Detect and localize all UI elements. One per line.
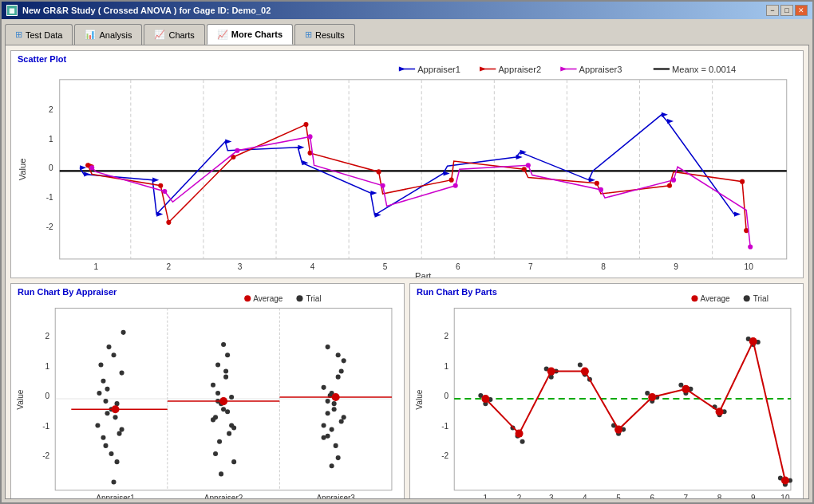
svg-text:1: 1 — [484, 494, 488, 499]
svg-text:4: 4 — [583, 494, 587, 499]
svg-point-153 — [336, 353, 341, 358]
svg-point-211 — [581, 368, 589, 376]
svg-point-124 — [221, 342, 226, 347]
svg-text:-1: -1 — [441, 422, 448, 431]
svg-marker-4 — [480, 66, 486, 71]
svg-text:1: 1 — [49, 135, 53, 144]
svg-text:10: 10 — [780, 494, 790, 499]
svg-text:Appraiser1: Appraiser1 — [417, 65, 460, 74]
svg-point-58 — [166, 220, 171, 225]
run-chart-parts-panel: Run Chart By Parts Average Trial Value 2… — [409, 283, 804, 499]
tab-analysis[interactable]: 📊 Analysis — [74, 24, 142, 45]
svg-text:1: 1 — [93, 262, 98, 271]
svg-text:9: 9 — [674, 262, 678, 271]
svg-text:0: 0 — [445, 392, 449, 400]
svg-text:Average: Average — [700, 295, 730, 304]
analysis-icon: 📊 — [85, 30, 96, 40]
results-icon: ⊞ — [305, 30, 312, 40]
svg-text:7: 7 — [528, 262, 533, 271]
svg-point-97 — [98, 363, 103, 368]
svg-point-130 — [221, 408, 226, 412]
svg-point-76 — [599, 187, 603, 192]
svg-point-187 — [578, 363, 583, 368]
test-data-icon: ⊞ — [15, 30, 22, 40]
tab-more-charts[interactable]: 📈 More Charts — [207, 24, 293, 45]
svg-point-57 — [158, 183, 163, 188]
charts-icon: 📈 — [154, 30, 165, 40]
svg-point-121 — [215, 363, 220, 368]
svg-point-155 — [326, 434, 330, 439]
svg-point-131 — [229, 395, 234, 400]
svg-point-141 — [330, 427, 334, 432]
run-parts-title: Run Chart By Parts — [417, 287, 497, 297]
scatter-title: Scatter Plot — [18, 54, 66, 64]
svg-point-79 — [244, 296, 251, 302]
svg-text:-1: -1 — [42, 422, 49, 431]
content-area: Scatter Plot Appraiser1 Appraiser2 Appra… — [5, 45, 809, 499]
svg-marker-7 — [560, 66, 567, 71]
svg-point-100 — [95, 423, 100, 428]
svg-point-96 — [103, 399, 108, 404]
svg-point-149 — [326, 399, 330, 404]
svg-point-62 — [377, 169, 381, 174]
bottom-row: Run Chart By Appraiser Average Trial Val… — [10, 283, 804, 499]
tab-more-charts-label: More Charts — [231, 30, 283, 39]
window-title: New GR&R Study ( Crossed ANOVA ) for Gag… — [22, 6, 271, 15]
tab-test-data[interactable]: ⊞ Test Data — [5, 24, 73, 45]
main-window: ▦ New GR&R Study ( Crossed ANOVA ) for G… — [0, 0, 814, 504]
svg-text:4: 4 — [310, 262, 315, 271]
svg-point-114 — [211, 383, 215, 388]
svg-point-134 — [231, 426, 236, 431]
svg-text:3: 3 — [549, 494, 554, 499]
tab-charts[interactable]: 📈 Charts — [144, 24, 204, 45]
svg-point-127 — [219, 472, 223, 477]
titlebar: ▦ New GR&R Study ( Crossed ANOVA ) for G… — [2, 2, 812, 19]
svg-point-151 — [342, 415, 346, 420]
svg-text:7: 7 — [684, 494, 689, 499]
svg-point-101 — [106, 345, 111, 349]
svg-point-183 — [520, 439, 525, 444]
svg-point-108 — [121, 330, 126, 335]
svg-text:Value: Value — [18, 158, 27, 180]
svg-point-208 — [481, 395, 489, 403]
svg-text:Meanx = 0.0014: Meanx = 0.0014 — [672, 65, 736, 74]
svg-point-77 — [671, 178, 676, 183]
tab-results[interactable]: ⊞ Results — [294, 24, 355, 45]
svg-text:2: 2 — [517, 494, 522, 499]
svg-point-56 — [85, 163, 90, 167]
svg-point-74 — [453, 183, 458, 188]
svg-point-123 — [217, 439, 222, 444]
svg-text:0: 0 — [45, 392, 50, 400]
svg-text:Value: Value — [16, 389, 25, 410]
svg-text:Value: Value — [415, 389, 424, 410]
svg-point-146 — [336, 455, 341, 460]
svg-point-94 — [105, 387, 109, 392]
svg-point-63 — [449, 178, 454, 183]
close-button[interactable]: ✕ — [795, 5, 808, 16]
svg-point-150 — [332, 408, 337, 412]
minimize-button[interactable]: − — [766, 5, 779, 16]
tab-test-data-label: Test Data — [26, 30, 62, 40]
tabs-bar: ⊞ Test Data 📊 Analysis 📈 Charts 📈 More C… — [2, 19, 812, 45]
maximize-button[interactable]: □ — [780, 5, 793, 16]
svg-point-159 — [219, 397, 227, 405]
more-charts-icon: 📈 — [217, 30, 228, 40]
svg-point-109 — [101, 435, 105, 440]
svg-point-111 — [120, 427, 124, 432]
svg-text:8: 8 — [717, 494, 722, 499]
svg-point-215 — [716, 408, 724, 416]
svg-point-210 — [547, 368, 555, 376]
tab-charts-label: Charts — [168, 30, 194, 40]
svg-point-65 — [595, 181, 599, 186]
svg-point-75 — [526, 163, 531, 167]
svg-point-105 — [115, 460, 120, 465]
svg-point-145 — [326, 345, 330, 349]
svg-text:1: 1 — [445, 362, 449, 371]
svg-point-140 — [339, 419, 344, 424]
svg-text:6: 6 — [456, 262, 460, 271]
svg-text:-2: -2 — [46, 222, 53, 231]
svg-text:1: 1 — [45, 362, 50, 371]
svg-text:-2: -2 — [42, 451, 49, 460]
svg-point-60 — [303, 122, 308, 127]
svg-marker-1 — [399, 66, 405, 71]
